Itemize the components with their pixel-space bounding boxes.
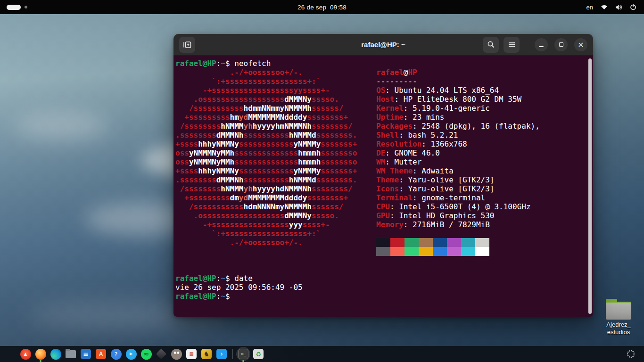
terminal-line: rafael@HP (376, 68, 540, 77)
terminal-line: +sssshhhyNMMNyssssssssssssyNMMMysssssss+ (175, 140, 357, 148)
close-button[interactable]: × (574, 38, 587, 51)
app-center-icon: A (96, 349, 106, 359)
dock-spotify[interactable]: ≈ (140, 346, 152, 362)
terminal-line: /ssssssssssshdmNNNNmyNMMMMhssssss/ (175, 202, 357, 211)
minimize-button[interactable] (535, 38, 548, 51)
keyboard-layout-indicator[interactable]: en (586, 4, 593, 11)
new-tab-button[interactable] (179, 37, 195, 53)
firefox-icon (35, 349, 46, 360)
terminal-line: Host: HP EliteDesk 800 G2 DM 35W (376, 95, 540, 104)
help-icon: ? (111, 349, 122, 360)
terminal-command-line: rafael@HP:~$ neofetch (175, 59, 271, 68)
neofetch-ascii-logo: .-/+oossssoo+/-. `:+ssssssssssssssssss+:… (175, 68, 357, 247)
dock-telegram[interactable]: ▶ (125, 346, 137, 362)
terminal-line: Memory: 2716MiB / 7829MiB (376, 220, 540, 229)
desktop-folder-ajedrez-estudios[interactable]: Ajedrez_ estudios (598, 299, 639, 336)
terminal-line: WM: Mutter (376, 157, 540, 166)
terminal-line: /ssssssssssshdmmNNmmyNMMMMhssssss/ (175, 104, 357, 113)
terminal-scrollbar[interactable] (588, 58, 592, 314)
dock-app-center[interactable]: A (95, 346, 107, 362)
palette-row-bright (376, 247, 489, 256)
palette-swatch (433, 247, 447, 256)
hamburger-menu-icon (509, 42, 515, 47)
telegram-icon: ▶ (126, 349, 137, 360)
terminal-line: `:+ssssssssssssssssss+:` (175, 229, 357, 238)
terminal-line: WM Theme: Adwaita (376, 166, 540, 175)
power-icon (630, 4, 636, 10)
terminal-line: Resolution: 644x362 (376, 140, 540, 148)
dock-terminal[interactable]: >_ (238, 346, 249, 362)
palette-swatch (461, 238, 475, 247)
dock-vscode[interactable]: › (216, 346, 227, 362)
dock-libreoffice-writer[interactable]: ≡ (80, 346, 91, 362)
palette-swatch (376, 247, 390, 256)
terminal-line: `:+ssssssssssssssssss+:` (175, 77, 357, 86)
show-apps-icon (627, 350, 635, 358)
palette-swatch (433, 238, 447, 247)
terminal-line: +sssshhhyNMMNyssssssssssssyNMMMysssssss+ (175, 166, 357, 175)
menu-button[interactable] (504, 37, 520, 53)
dock-chess-arena[interactable]: ♞ (201, 346, 212, 362)
terminal-line: GPU: Intel HD Graphics 530 (376, 211, 540, 220)
cloud-reflection (14, 113, 108, 139)
palette-row-normal (376, 238, 489, 247)
dock-items: ▲≡A?▶≈≣♞›>_♻ (20, 346, 264, 362)
terminal-line: DE: GNOME 46.0 (376, 148, 540, 157)
palette-swatch (475, 238, 489, 247)
terminal-line: rafael@HP:~$ (175, 292, 303, 301)
terminal-prompt-tail: rafael@HP:~$ datevie 26 sep 2025 09:56:4… (175, 274, 303, 301)
inkscape-icon (156, 349, 167, 360)
terminal-line: .ossssssssssssssssssdMMMNysssso. (175, 211, 357, 220)
dock-news-reader[interactable]: ≣ (186, 346, 197, 362)
folder-label: Ajedrez_ estudios (598, 321, 639, 336)
trash-icon: ♻ (253, 349, 264, 359)
terminal-line: Shell: bash 5.2.21 (376, 131, 540, 140)
terminal-line: rafael@HP:~$ date (175, 274, 303, 283)
dock-help[interactable]: ? (110, 346, 122, 362)
dock-firefox[interactable] (35, 346, 46, 362)
system-status-area[interactable]: en (586, 4, 636, 11)
libreoffice-writer-icon: ≡ (81, 349, 91, 359)
terminal-content[interactable]: rafael@HP:~$ neofetch .-/+oossssoo+/-. `… (173, 56, 593, 317)
running-indicator-dot (40, 360, 41, 362)
dock-trash[interactable]: ♻ (253, 346, 264, 362)
brave-icon: ▲ (20, 349, 31, 360)
terminal-icon: >_ (238, 349, 248, 359)
search-icon (487, 41, 495, 49)
titlebar[interactable]: rafael@HP: ~ (173, 34, 593, 56)
terminal-line: .ssssssssdMMMNhsssssssssshNMMMdssssssss. (175, 131, 357, 140)
folder-icon (606, 299, 631, 320)
show-apps-button[interactable] (627, 350, 635, 358)
maximize-button[interactable] (554, 38, 568, 51)
terminal-line: /sssssssshNMMMyhhyyyyhmNMMMNhssssssss/ (175, 122, 357, 131)
dock-edge[interactable] (50, 346, 61, 362)
terminal-line: Kernel: 5.19.0-41-generic (376, 104, 540, 113)
terminal-line: +sssssssssdmydMMMMMMMMddddyssssssss+ (175, 193, 357, 202)
terminal-line: Icons: Yaru-olive [GTK2/3] (376, 184, 540, 193)
clock[interactable]: 26 de sep 09:58 (0, 4, 644, 11)
terminal-line: vie 26 sep 2025 09:56:49 -05 (175, 283, 303, 292)
dock-files[interactable] (65, 346, 76, 362)
terminal-line: ossyNMMMNyMMhsssssssssssssshmmmhssssssso (175, 157, 357, 166)
dock-brave[interactable]: ▲ (20, 346, 31, 362)
dock-separator (231, 346, 234, 362)
dock-separator (232, 349, 233, 359)
dock-gimp[interactable] (171, 346, 182, 362)
terminal-line: -+sssssssssssssssssyyyssss+- (175, 220, 357, 229)
palette-swatch (390, 238, 405, 247)
search-button[interactable] (483, 37, 499, 53)
palette-swatch (390, 247, 405, 256)
terminal-line: ossyNMMMNyMMhsssssssssssssshmmmhssssssso (175, 148, 357, 157)
terminal-line: .-/+oossssoo+/-. (175, 68, 357, 77)
terminal-line: CPU: Intel i5-6500T (4) @ 3.100GHz (376, 202, 540, 211)
palette-swatch (405, 247, 419, 256)
terminal-line: .ossssssssssssssssssdMMMNysssso. (175, 95, 357, 104)
palette-swatch (447, 247, 461, 256)
terminal-line: OS: Ubuntu 24.04 LTS x86_64 (376, 86, 540, 95)
terminal-line: rafael@HP:~$ neofetch (175, 59, 271, 68)
dock-inkscape[interactable] (156, 346, 167, 362)
wifi-icon (601, 4, 608, 10)
terminal-line: /sssssssshNMMMyhhyyyyhdNMMMNhssssssss/ (175, 184, 357, 193)
desktop: 26 de sep 09:58 en (0, 0, 644, 362)
palette-swatch (419, 238, 433, 247)
